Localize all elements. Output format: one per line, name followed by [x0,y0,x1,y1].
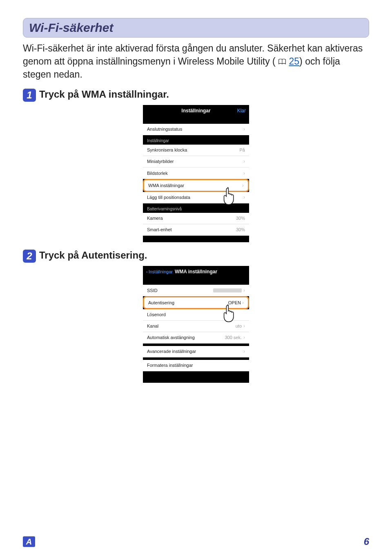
phone-screenshot-1: Inställningar Klar Anslutningsstatus › I… [143,105,249,242]
row-label: Lägg till positionsdata [147,195,190,200]
group-label-settings: Inställningar [143,135,249,145]
chevron-right-icon: › [243,170,245,176]
row-value: 30% [236,227,245,232]
body-paragraph: Wi-Fi-säkerhet är inte aktiverad första … [23,42,369,81]
chevron-right-icon: › [243,288,245,293]
row-label: Avancerade inställningar [147,349,196,354]
hand-pointer-icon [220,186,238,207]
row-label: Automatisk avstängning [147,335,195,340]
row-value: 300 sek. [225,335,242,340]
row-advanced-settings[interactable]: Avancerade inställningar › [143,346,249,357]
step-2-text: Tryck på Autentisering. [39,250,147,261]
row-label: WMA inställningar [148,183,184,188]
row-connection-status[interactable]: Anslutningsstatus › [143,124,249,135]
chevron-right-icon: › [243,158,245,164]
nav-title: Inställningar [181,108,210,114]
row-label: Miniatyrbilder [147,159,174,164]
nav-back-label: Inställningar [149,269,173,274]
footer-page-number: 6 [364,536,369,547]
row-label: Smart-enhet [147,227,172,232]
step-2-suffix: . [145,250,147,261]
nav-done-button[interactable]: Klar [237,108,246,114]
page-reference-link[interactable]: 25 [289,56,300,67]
chevron-right-icon: › [243,348,245,354]
nav-back-button[interactable]: ‹ Inställningar [146,269,173,274]
row-label: Bildstorlek [147,171,168,176]
chevron-right-icon: › [243,194,245,200]
row-battery-device: Smart-enhet 30% [143,224,249,236]
row-value: På [240,147,245,152]
row-label: Autentisering [148,300,174,305]
step-2-prefix: Tryck på [39,250,81,261]
row-label: Anslutningsstatus [147,127,182,132]
step-1-number: 1 [23,89,36,102]
chevron-left-icon: ‹ [146,269,148,274]
row-ssid[interactable]: SSID › [143,285,249,296]
chevron-right-icon: › [242,183,244,188]
row-label: Lösenord [147,312,166,317]
step-1-bold: WMA inställningar [82,89,166,100]
section-title: Wi-Fi-säkerhet [23,18,369,38]
step-2-bold: Autentisering [81,250,145,261]
row-value: uto [236,324,242,328]
step-2-number: 2 [23,250,36,263]
chevron-right-icon: › [243,126,245,132]
nav-title: WMA inställningar [175,269,217,275]
row-label: Kanal [147,324,158,328]
hand-pointer-icon [220,304,238,324]
row-label: Formatera inställningar [147,363,193,368]
step-1-prefix: Tryck på [39,89,82,100]
phone-screenshot-2: ‹ Inställningar WMA inställningar SSID ›… [143,266,249,383]
book-icon [278,55,286,61]
chevron-right-icon: › [243,335,245,340]
row-thumbnails[interactable]: Miniatyrbilder › [143,156,249,167]
row-sync-clock[interactable]: Synkronisera klocka På [143,145,249,156]
row-auto-off[interactable]: Automatisk avstängning 300 sek. › [143,332,249,344]
row-label: Kamera [147,216,163,221]
ssid-value-redacted [213,288,242,292]
row-image-size[interactable]: Bildstorlek › [143,167,249,179]
step-1-text: Tryck på WMA inställningar. [39,89,169,100]
row-format-settings[interactable]: Formatera inställningar [143,360,249,371]
chevron-right-icon: › [242,300,244,306]
step-1-suffix: . [166,89,169,100]
row-label: Synkronisera klocka [147,147,187,152]
row-value: 30% [236,216,245,221]
row-battery-camera: Kamera 30% [143,213,249,224]
chevron-right-icon: › [243,323,245,329]
footer-section-letter: A [23,536,35,547]
row-label: SSID [147,288,158,293]
